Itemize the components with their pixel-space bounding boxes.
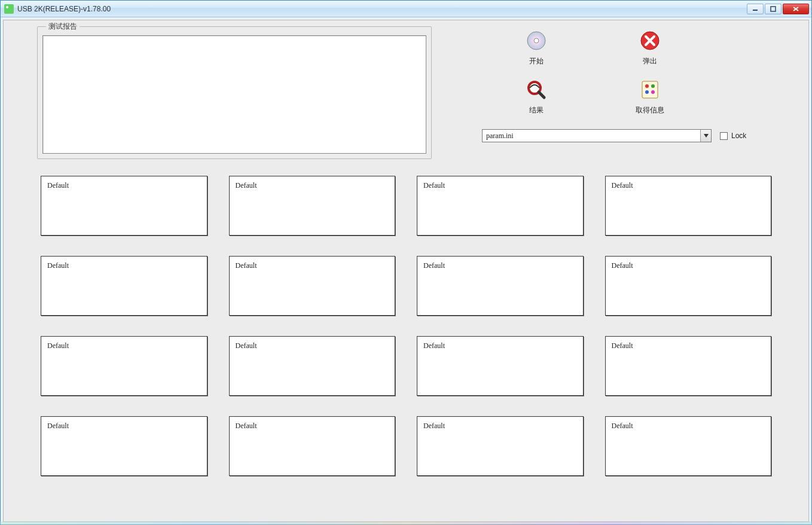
checkbox-icon: [720, 132, 728, 140]
magnifier-icon: [526, 79, 547, 100]
slot-label: Default: [423, 341, 445, 350]
titlebar[interactable]: USB 2K(RELEASE)-v1.78.00: [1, 1, 811, 17]
test-report-legend: 测试报告: [46, 22, 80, 32]
start-button[interactable]: 开始: [480, 30, 593, 79]
device-slot[interactable]: Default: [417, 176, 584, 236]
device-slot[interactable]: Default: [417, 416, 584, 476]
test-report-group: 测试报告: [37, 26, 432, 159]
slot-label: Default: [612, 181, 633, 190]
slot-label: Default: [47, 181, 69, 190]
slot-label: Default: [236, 341, 257, 350]
top-region: 测试报告: [8, 26, 804, 159]
slot-label: Default: [423, 422, 445, 430]
device-slot-grid: Default Default Default Default Default …: [41, 176, 771, 476]
slot-label: Default: [612, 422, 633, 430]
config-dropdown-value: param.ini: [483, 132, 700, 141]
slot-label: Default: [47, 422, 69, 430]
device-slot[interactable]: Default: [41, 416, 207, 476]
maximize-icon: [770, 6, 776, 12]
app-window: USB 2K(RELEASE)-v1.78.00 测试报告: [0, 0, 812, 525]
svg-line-10: [539, 92, 544, 97]
lock-checkbox[interactable]: Lock: [720, 132, 746, 140]
config-row: param.ini Lock: [482, 129, 780, 142]
slot-label: Default: [236, 181, 257, 190]
slot-label: Default: [236, 261, 257, 270]
device-slot[interactable]: Default: [605, 176, 772, 236]
device-slot[interactable]: Default: [605, 256, 772, 316]
svg-point-12: [645, 84, 649, 88]
palette-icon: [639, 79, 661, 100]
slot-label: Default: [47, 341, 69, 350]
device-slot[interactable]: Default: [41, 176, 207, 236]
lock-label: Lock: [731, 132, 746, 140]
device-slot[interactable]: Default: [229, 256, 396, 316]
svg-point-15: [651, 90, 655, 94]
slot-label: Default: [612, 261, 633, 270]
test-report-area[interactable]: [42, 35, 426, 154]
getinfo-label: 取得信息: [636, 105, 664, 115]
slot-label: Default: [423, 261, 445, 270]
app-icon: [4, 4, 14, 14]
action-button-grid: 开始 弹出: [480, 30, 780, 128]
device-slot[interactable]: Default: [229, 416, 396, 476]
window-controls: [747, 4, 809, 14]
svg-rect-11: [642, 81, 658, 98]
svg-marker-16: [704, 134, 709, 138]
svg-point-14: [645, 90, 649, 94]
svg-rect-1: [771, 7, 776, 11]
client-area: 测试报告: [3, 20, 809, 522]
slot-label: Default: [47, 261, 69, 270]
result-label: 结果: [529, 105, 544, 115]
minimize-icon: [752, 6, 758, 12]
maximize-button[interactable]: [765, 4, 782, 14]
close-icon: [792, 6, 799, 12]
window-title: USB 2K(RELEASE)-v1.78.00: [17, 5, 111, 13]
action-panel: 开始 弹出: [444, 26, 804, 142]
result-button[interactable]: 结果: [480, 79, 593, 128]
cancel-icon: [639, 30, 661, 51]
device-slot[interactable]: Default: [605, 336, 772, 396]
device-slot[interactable]: Default: [417, 256, 584, 316]
close-button[interactable]: [783, 4, 809, 14]
device-slot[interactable]: Default: [229, 336, 396, 396]
device-slot[interactable]: Default: [41, 336, 207, 396]
desktop-peek: [0, 521, 812, 525]
start-label: 开始: [529, 56, 544, 66]
slot-label: Default: [236, 422, 257, 430]
device-slot[interactable]: Default: [605, 416, 772, 476]
disc-icon: [526, 30, 547, 51]
device-slot[interactable]: Default: [417, 336, 584, 396]
svg-point-13: [651, 84, 655, 88]
config-dropdown[interactable]: param.ini: [482, 129, 712, 142]
getinfo-button[interactable]: 取得信息: [593, 79, 707, 128]
eject-label: 弹出: [643, 56, 657, 66]
chevron-down-icon[interactable]: [700, 130, 711, 142]
device-slot[interactable]: Default: [229, 176, 396, 236]
eject-button[interactable]: 弹出: [593, 30, 707, 79]
slot-label: Default: [612, 341, 633, 350]
minimize-button[interactable]: [747, 4, 764, 14]
svg-point-5: [534, 38, 539, 43]
device-slot[interactable]: Default: [41, 256, 207, 316]
slot-label: Default: [423, 181, 445, 190]
